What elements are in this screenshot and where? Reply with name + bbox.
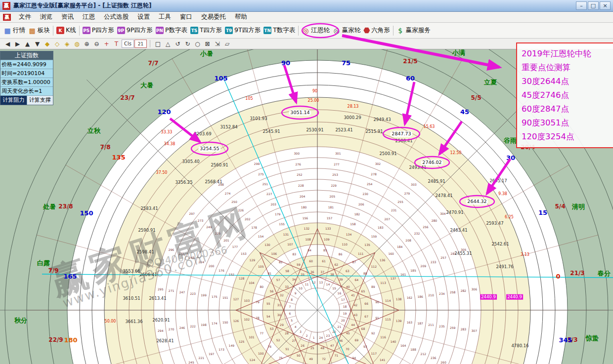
toolbar-item-winner-service[interactable]: $赢家服务: [395, 25, 432, 36]
svg-text:299: 299: [254, 162, 260, 165]
menu-browse[interactable]: 浏览: [36, 12, 57, 22]
toolbar-item-sectors[interactable]: ▩板块: [27, 25, 51, 36]
maximize-button[interactable]: □: [588, 1, 599, 10]
menu-formula-select[interactable]: 公式选股: [99, 12, 133, 22]
diamond-open-icon[interactable]: ◇: [52, 39, 62, 48]
toolbar-item-label: 江恩轮: [311, 26, 330, 35]
svg-text:256: 256: [423, 225, 429, 229]
svg-text:188: 188: [410, 348, 416, 351]
svg-text:225: 225: [215, 232, 221, 235]
svg-text:51: 51: [285, 347, 289, 351]
step-row: 周天变化步长=1: [0, 86, 53, 95]
text-tool-icon[interactable]: T: [112, 39, 121, 48]
svg-text:278: 278: [371, 172, 377, 176]
diamond-half-icon[interactable]: ◈: [62, 39, 72, 48]
toolbar-item-t-table[interactable]: TNT数字表: [262, 25, 297, 36]
menu-file[interactable]: 文件: [14, 12, 36, 22]
svg-text:18: 18: [343, 305, 347, 308]
toolbar-item-p-square[interactable]: PSP四方形: [81, 25, 116, 36]
svg-text:70: 70: [346, 347, 350, 351]
circle-tool-icon[interactable]: ○: [193, 39, 202, 48]
svg-text:5: 5: [291, 319, 293, 322]
svg-text:283: 283: [461, 327, 467, 331]
toolbar-item-t-square[interactable]: TST四方形: [189, 25, 223, 36]
minimize-button[interactable]: –: [576, 1, 587, 10]
svg-text:60: 60: [309, 259, 313, 263]
toolbar-item-gann-wheel[interactable]: ◎江恩轮: [300, 25, 331, 36]
svg-text:105: 105: [258, 265, 264, 268]
calendar-icon[interactable]: 21: [134, 40, 147, 48]
toolbar-item-hexagon[interactable]: 六角形: [362, 25, 392, 36]
svg-text:44: 44: [351, 323, 355, 326]
zoom-in-icon[interactable]: ⊕: [82, 39, 91, 48]
svg-text:8: 8: [291, 298, 293, 301]
crosshair-icon[interactable]: +: [102, 39, 111, 48]
svg-text:52: 52: [276, 338, 280, 342]
calc-support-button[interactable]: 计算支撑: [27, 96, 53, 105]
svg-text:211: 211: [428, 323, 434, 326]
close-button[interactable]: ×: [600, 1, 611, 10]
pointer-up-icon[interactable]: ▲: [23, 39, 32, 48]
menu-tools[interactable]: 工具: [154, 12, 175, 22]
move-tool-icon[interactable]: ⇲: [213, 39, 222, 48]
menu-window[interactable]: 窗口: [175, 12, 197, 22]
toolbar-item-9t-square[interactable]: T99T四方形: [223, 25, 262, 36]
rotate-cw-icon[interactable]: ↻: [183, 39, 192, 48]
svg-text:77: 77: [260, 331, 263, 335]
nav-left-icon[interactable]: ◀: [3, 39, 12, 48]
svg-text:303: 303: [411, 183, 417, 186]
toolbar-item-kline[interactable]: KK线: [55, 25, 78, 36]
zoom-out-icon[interactable]: ⊖: [92, 39, 101, 48]
svg-text:62: 62: [334, 263, 338, 266]
svg-text:149: 149: [229, 344, 235, 347]
menu-trade[interactable]: 交易委托: [197, 12, 230, 22]
svg-text:57: 57: [276, 278, 280, 282]
calc-resistance-button[interactable]: 计算阻力: [0, 96, 27, 105]
rect-tool-icon[interactable]: □: [153, 39, 163, 48]
svg-text:197: 197: [209, 352, 215, 356]
svg-text:221: 221: [199, 356, 205, 360]
toolbar-item-quotes[interactable]: ▦行情: [2, 25, 27, 36]
para-tool-icon[interactable]: ▱: [222, 39, 232, 48]
clear-icon[interactable]: Cls: [122, 40, 134, 48]
nav-right-icon[interactable]: ▶: [13, 39, 22, 48]
menu-news[interactable]: 资讯: [57, 12, 78, 22]
svg-text:230: 230: [362, 192, 368, 196]
annotation-point-90: 90度3051点: [522, 116, 612, 130]
diamond-solid-icon[interactable]: ◆: [43, 39, 52, 48]
rotate-ccw-icon[interactable]: ↺: [173, 39, 182, 48]
menu-logo-icon: 赢: [3, 14, 11, 21]
svg-text:155: 155: [279, 222, 285, 226]
circle-dot-icon[interactable]: ◍: [72, 39, 82, 48]
svg-text:4: 4: [295, 325, 297, 328]
triangle-tool-icon[interactable]: △: [163, 39, 173, 48]
toolbar-item-9p-square[interactable]: 9P9P四方形: [116, 25, 154, 36]
filter-icon[interactable]: ▼: [33, 39, 42, 48]
menu-settings[interactable]: 设置: [133, 12, 154, 22]
toolbar-item-winner-wheel[interactable]: ◎赢家轮: [331, 25, 362, 36]
svg-text:33: 33: [285, 285, 289, 288]
svg-text:140: 140: [391, 340, 396, 343]
svg-text:306: 306: [472, 287, 478, 291]
menu-gann[interactable]: 江恩: [78, 12, 99, 22]
svg-text:302: 302: [375, 162, 381, 165]
menu-help[interactable]: 帮助: [230, 12, 252, 22]
svg-text:257: 257: [440, 256, 446, 259]
svg-text:42: 42: [354, 303, 358, 307]
delete-tool-icon[interactable]: ⊠: [203, 39, 212, 48]
svg-text:135: 135: [364, 243, 370, 246]
toolbar-item-label: 9T四方形: [234, 26, 261, 35]
svg-text:199: 199: [201, 293, 207, 297]
svg-text:91: 91: [375, 316, 379, 320]
svg-text:26: 26: [301, 344, 305, 347]
svg-text:65: 65: [361, 289, 365, 293]
svg-text:158: 158: [350, 222, 356, 226]
svg-text:234: 234: [439, 292, 445, 295]
svg-text:253: 253: [332, 173, 338, 176]
svg-text:304: 304: [440, 212, 446, 215]
toolbar-item-p-table[interactable]: PNP数字表: [154, 25, 189, 36]
annotation-point-45: 45度2746点: [522, 88, 612, 102]
sectors-icon: ▩: [28, 27, 36, 34]
svg-text:150: 150: [222, 321, 228, 324]
svg-text:43: 43: [354, 313, 358, 317]
